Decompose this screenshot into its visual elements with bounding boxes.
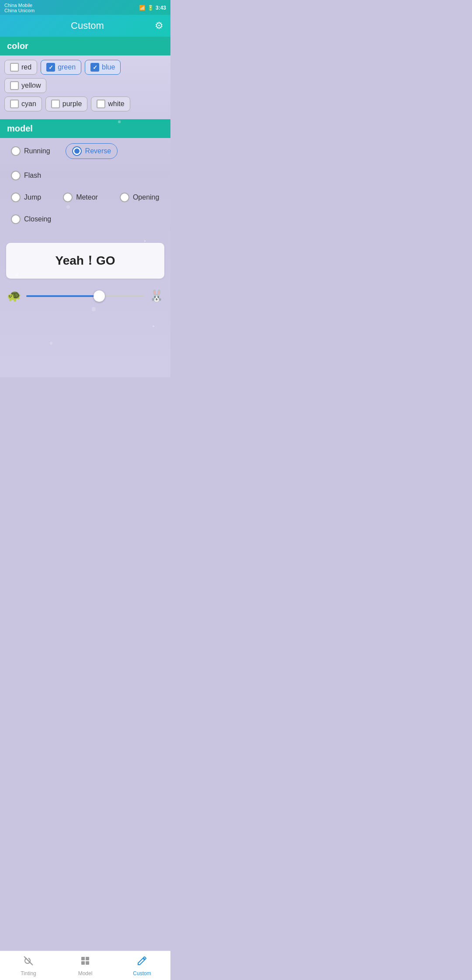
carrier-info: China Mobile China Unicom: [4, 3, 35, 13]
model-section: Running Reverse Flash Jump Meteor: [0, 138, 170, 238]
color-label-blue: blue: [102, 63, 115, 71]
radio-jump[interactable]: Jump: [4, 190, 48, 205]
color-row-1: red green blue yellow: [4, 60, 166, 93]
radio-circle-opening[interactable]: [120, 193, 129, 202]
radio-circle-closeing[interactable]: [11, 214, 21, 224]
go-button[interactable]: Yeah！GO: [6, 243, 164, 279]
slow-icon: 🐢: [7, 289, 21, 303]
color-label-white: white: [108, 100, 124, 108]
settings-icon[interactable]: ⚙: [155, 20, 163, 31]
page-title: Custom: [20, 20, 155, 31]
radio-circle-jump[interactable]: [11, 193, 21, 202]
radio-circle-flash[interactable]: [11, 171, 21, 180]
status-bar: China Mobile China Unicom 📶 🔋 3:43: [0, 0, 170, 15]
status-right: 📶 🔋 3:43: [139, 5, 166, 11]
model-row-3: Closeing: [4, 211, 166, 227]
color-label-purple: purple: [62, 100, 82, 108]
go-button-wrap: Yeah！GO: [0, 238, 170, 286]
battery-icon: 🔋: [147, 5, 154, 11]
app-bar: Custom ⚙: [0, 15, 170, 37]
radio-label-jump: Jump: [24, 193, 41, 201]
radio-opening[interactable]: Opening: [113, 190, 166, 205]
radio-label-running: Running: [24, 147, 50, 155]
checkbox-yellow[interactable]: [10, 81, 19, 90]
color-chip-purple[interactable]: purple: [45, 97, 87, 111]
color-label-red: red: [21, 63, 31, 71]
signal-icon: 📶: [139, 5, 146, 11]
checkbox-red[interactable]: [10, 63, 19, 72]
radio-circle-running[interactable]: [11, 146, 21, 156]
checkbox-white[interactable]: [97, 100, 105, 108]
speed-slider-wrap[interactable]: [26, 290, 144, 303]
time-display: 3:43: [156, 5, 166, 11]
model-section-header: model: [0, 119, 170, 138]
color-chip-cyan[interactable]: cyan: [4, 97, 42, 111]
carrier2: China Unicom: [4, 8, 35, 13]
radio-label-opening: Opening: [133, 193, 160, 201]
radio-label-closeing: Closeing: [24, 215, 51, 223]
checkbox-blue[interactable]: [90, 63, 99, 72]
radio-closeing[interactable]: Closeing: [4, 211, 58, 227]
color-row-2: cyan purple white: [4, 97, 166, 111]
fast-icon: 🐰: [149, 289, 163, 303]
color-label-yellow: yellow: [21, 82, 41, 90]
radio-label-meteor: Meteor: [76, 193, 98, 201]
color-chip-yellow[interactable]: yellow: [4, 78, 46, 93]
radio-label-flash: Flash: [24, 172, 41, 179]
color-label-green: green: [58, 63, 76, 71]
radio-meteor[interactable]: Meteor: [56, 190, 104, 205]
checkbox-purple[interactable]: [51, 100, 60, 108]
color-section-header: color: [0, 37, 170, 55]
radio-running[interactable]: Running: [4, 143, 57, 159]
radio-circle-reverse[interactable]: [72, 146, 82, 156]
speed-slider-row: 🐢 🐰: [0, 286, 170, 306]
color-chip-blue[interactable]: blue: [85, 60, 121, 75]
color-chip-red[interactable]: red: [4, 60, 37, 75]
color-chip-white[interactable]: white: [91, 97, 130, 111]
radio-circle-meteor[interactable]: [63, 193, 73, 202]
main-content: color red green blue yellow: [0, 37, 170, 377]
carrier1: China Mobile: [4, 3, 35, 8]
model-row-2: Jump Meteor Opening: [4, 190, 166, 205]
color-section: red green blue yellow cyan pur: [0, 55, 170, 119]
radio-reverse[interactable]: Reverse: [66, 143, 118, 159]
checkbox-green[interactable]: [46, 63, 55, 72]
radio-flash[interactable]: Flash: [4, 168, 48, 183]
checkbox-cyan[interactable]: [10, 100, 19, 108]
color-label-cyan: cyan: [21, 100, 36, 108]
radio-label-reverse: Reverse: [85, 147, 111, 155]
model-row-1: Running Reverse Flash: [4, 143, 166, 183]
color-chip-green[interactable]: green: [41, 60, 81, 75]
